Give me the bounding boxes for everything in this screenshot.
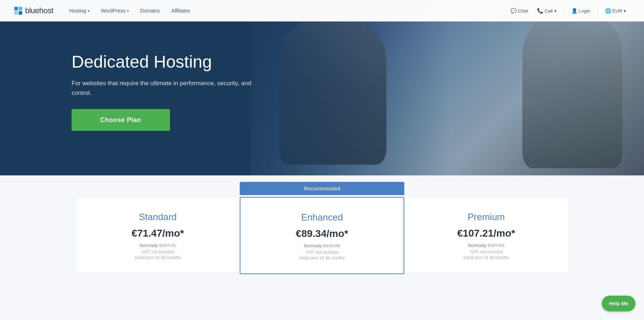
plan-standard: Standard €71.47/mo* Normally €107.21 ¹VA… — [75, 197, 240, 273]
globe-icon: 🌐 — [605, 8, 611, 14]
pricing-cards: Standard €71.47/mo* Normally €107.21 ¹VA… — [72, 197, 572, 274]
hero-title: Dedicated Hosting — [72, 52, 272, 72]
plan-premium-term: Initial term of 36 months — [419, 255, 554, 260]
plan-enhanced-price: €89.34/mo* — [255, 228, 389, 239]
plan-premium: Premium €107.21/mo* Normally €187.63 ¹VA… — [404, 197, 569, 273]
chat-icon: 💬 — [511, 8, 517, 14]
nav-currency[interactable]: 🌐 EUR ▾ — [601, 6, 630, 16]
pricing-section: Standard €71.47/mo* Normally €107.21 ¹VA… — [0, 175, 644, 320]
logo[interactable]: bluehost — [14, 6, 53, 15]
phone-icon: 📞 — [537, 8, 543, 14]
plan-standard-vat: ¹VAT not included — [90, 249, 225, 254]
plan-premium-vat: ¹VAT not included — [419, 249, 554, 254]
nav-wordpress[interactable]: WordPress ▾ — [96, 5, 134, 16]
plan-premium-name: Premium — [419, 212, 554, 223]
plan-enhanced: Recommended Enhanced €89.34/mo* Normally… — [240, 197, 404, 274]
plan-enhanced-term: Initial term of 36 months — [255, 256, 389, 261]
plan-standard-price: €71.47/mo* — [90, 228, 225, 239]
nav-call[interactable]: 📞 Call ▾ — [533, 6, 560, 16]
help-me-button[interactable]: Help Me — [602, 296, 635, 311]
nav-divider — [564, 7, 564, 14]
plan-standard-name: Standard — [90, 212, 225, 223]
nav-right: 💬 Chat 📞 Call ▾ 👤 Login 🌐 EUR ▾ — [507, 6, 630, 16]
chevron-down-icon: ▾ — [554, 8, 557, 14]
nav-login[interactable]: 👤 Login — [568, 6, 594, 16]
nav-domains[interactable]: Domains — [135, 5, 165, 16]
hero-subtitle: For websites that require the ultimate i… — [72, 79, 272, 98]
plan-enhanced-vat: ¹VAT not included — [255, 250, 389, 255]
chevron-down-icon: ▾ — [88, 9, 89, 13]
brand-name: bluehost — [25, 6, 53, 15]
logo-icon — [14, 7, 22, 15]
nav-hosting[interactable]: Hosting ▾ — [64, 5, 94, 16]
hero-section: Dedicated Hosting For websites that requ… — [0, 0, 644, 175]
plan-standard-term: Initial term of 36 months — [90, 255, 225, 260]
choose-plan-button[interactable]: Choose Plan — [72, 109, 170, 131]
nav-chat[interactable]: 💬 Chat — [507, 6, 531, 16]
recommended-badge: Recommended — [240, 182, 404, 195]
nav-links: Hosting ▾ WordPress ▾ Domains Affiliates — [64, 5, 507, 16]
navbar: bluehost Hosting ▾ WordPress ▾ Domains A… — [0, 0, 644, 21]
hero-content: Dedicated Hosting For websites that requ… — [72, 45, 272, 131]
nav-affiliates[interactable]: Affiliates — [166, 5, 195, 16]
user-icon: 👤 — [571, 8, 577, 14]
plan-premium-price: €107.21/mo* — [419, 228, 554, 239]
plan-enhanced-normally: Normally €142.96 — [255, 243, 389, 248]
chevron-down-icon: ▾ — [127, 9, 129, 13]
nav-divider-2 — [597, 7, 598, 14]
plan-standard-normally: Normally €107.21 — [90, 243, 225, 248]
plan-enhanced-name: Enhanced — [255, 212, 389, 223]
plan-premium-normally: Normally €187.63 — [419, 243, 554, 248]
chevron-down-icon: ▾ — [624, 8, 626, 14]
